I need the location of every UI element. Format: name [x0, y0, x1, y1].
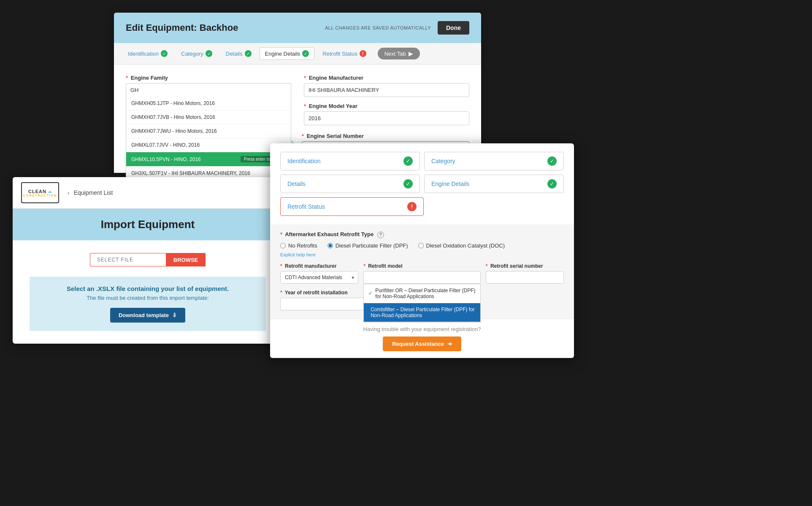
- retrofit-tab-engine-details-label: Engine Details: [431, 180, 469, 187]
- tab-details-label: Details: [226, 51, 243, 57]
- browse-button[interactable]: BROWSE: [166, 253, 206, 266]
- engine-family-row: * Engine Family GHMXH05.1JTP - Hino Moto…: [126, 75, 469, 125]
- tabs-bar: Identification ✓ Category ✓ Details ✓ En…: [114, 43, 481, 65]
- tab-retrofit-status[interactable]: Retrofit Status !: [317, 47, 371, 60]
- import-title: Import Equipment: [22, 218, 273, 231]
- company-logo: CLEAN ☁ CONSTRUCTION: [21, 182, 59, 203]
- import-info-sub: The file must be created from this impor…: [40, 295, 256, 301]
- retrofit-serial-group: * Retrofit serial number: [486, 263, 564, 284]
- retrofit-model-label: * Retrofit model: [363, 263, 481, 269]
- retrofit-tab-engine-details[interactable]: Engine Details ✓: [424, 175, 564, 193]
- retrofit-model-dropdown: ✓ Purifilter OR – Diesel Particulate Fil…: [363, 284, 481, 323]
- tab-identification[interactable]: Identification ✓: [122, 47, 173, 60]
- engine-family-dropdown: GHMXH05.1JTP - Hino Motors, 2016 GHMXH07…: [126, 97, 291, 189]
- retrofit-tab-details[interactable]: Details ✓: [280, 175, 420, 193]
- radio-doc-input[interactable]: [418, 243, 424, 248]
- right-fields: * Engine Manufacturer * Engine Model Yea…: [300, 75, 469, 125]
- retrofit-model-item-purifilter[interactable]: ✓ Purifilter OR – Diesel Particulate Fil…: [364, 284, 480, 303]
- dropdown-item-4[interactable]: GHMXL10.5PVN - HINO, 2016 Press enter to…: [126, 152, 291, 167]
- retrofit-tab-identification-label: Identification: [287, 158, 321, 164]
- retrofit-tab-retrofit-status-label: Retrofit Status: [287, 203, 325, 210]
- engine-family-autocomplete: GHMXH05.1JTP - Hino Motors, 2016 GHMXH07…: [126, 83, 291, 97]
- explicit-help-link[interactable]: Explicit help here: [280, 252, 564, 257]
- retrofit-tab-category[interactable]: Category ✓: [424, 152, 564, 170]
- dropdown-item-2[interactable]: GHMXH07.7JWU - Hino Motors, 2016: [126, 124, 291, 138]
- tab-engine-details-check: ✓: [302, 50, 309, 57]
- next-tab-icon: ▶: [409, 50, 413, 57]
- dropdown-item-4-text: GHMXL10.5PVN - HINO, 2016: [131, 156, 201, 162]
- combifilter-text: Combifilter – Diesel Particulate Filter …: [371, 307, 476, 318]
- done-button[interactable]: Done: [438, 21, 469, 35]
- radio-doc[interactable]: Diesel Oxidation Catalyst (DOC): [418, 242, 505, 249]
- retrofit-tab-category-label: Category: [431, 158, 455, 164]
- year-input[interactable]: [280, 298, 365, 310]
- tab-retrofit-status-label: Retrofit Status: [322, 51, 357, 57]
- logo-construction-text: CONSTRUCTION: [23, 194, 57, 197]
- engine-family-input[interactable]: [126, 83, 291, 97]
- retrofit-model-dropdown-wrapper: ✓ Purifilter OR – Diesel Particulate Fil…: [363, 271, 481, 284]
- retrofit-tab-identification[interactable]: Identification ✓: [280, 152, 420, 170]
- download-icon: ⇩: [172, 312, 177, 318]
- tab-engine-details-label: Engine Details: [265, 51, 300, 57]
- retrofit-section-label: * Aftermarket Exhaust Retrofit Type ?: [280, 224, 564, 238]
- retrofit-manufacturer-select-wrapper: CDTI Advanced Materials ▼: [280, 271, 358, 284]
- retrofit-body: * Aftermarket Exhaust Retrofit Type ? No…: [270, 224, 574, 319]
- radio-dpf[interactable]: Diesel Particulate Filter (DPF): [328, 242, 408, 249]
- retrofit-footer: Having trouble with your equipment regis…: [270, 319, 574, 358]
- retrofit-serial-input[interactable]: [486, 271, 564, 284]
- import-info-title: Select an .XSLX file containing your lis…: [40, 285, 256, 292]
- tab-details[interactable]: Details ✓: [220, 47, 257, 60]
- retrofit-manufacturer-select[interactable]: CDTI Advanced Materials: [280, 271, 358, 284]
- dropdown-item-0[interactable]: GHMXH05.1JTP - Hino Motors, 2016: [126, 97, 291, 110]
- tab-category[interactable]: Category ✓: [176, 47, 218, 60]
- tab-category-label: Category: [181, 51, 203, 57]
- import-info-box: Select an .XSLX file containing your lis…: [30, 277, 266, 331]
- purifilter-text: Purifilter OR – Diesel Particulate Filte…: [375, 288, 476, 299]
- engine-serial-label: * Engine Serial Number: [302, 133, 469, 139]
- engine-manufacturer-input[interactable]: [304, 83, 469, 97]
- import-body: BROWSE Select an .XSLX file containing y…: [13, 240, 283, 344]
- radio-no-retrofits[interactable]: No Retrofits: [280, 242, 317, 249]
- engine-model-year-label: * Engine Model Year: [304, 103, 469, 109]
- radio-no-retrofits-input[interactable]: [280, 243, 286, 248]
- engine-model-year-input[interactable]: [304, 111, 469, 125]
- file-select-row: BROWSE: [30, 253, 266, 266]
- edit-panel-title: Edit Equipment: Backhoe: [126, 22, 238, 33]
- retrofit-help-icon[interactable]: ?: [377, 231, 384, 238]
- retrofit-radio-row: No Retrofits Diesel Particulate Filter (…: [280, 242, 564, 249]
- tab-identification-label: Identification: [128, 51, 159, 57]
- warn-icon-retrofit-status: !: [407, 202, 417, 211]
- engine-manufacturer-group: * Engine Manufacturer: [304, 75, 469, 97]
- radio-no-retrofits-label: No Retrofits: [288, 242, 317, 249]
- retrofit-manufacturer-group: * Retrofit manufacturer CDTI Advanced Ma…: [280, 263, 358, 284]
- check-icon-identification: ✓: [403, 156, 413, 166]
- check-icon-engine-details: ✓: [547, 179, 557, 188]
- request-assistance-icon: ➜: [447, 341, 452, 347]
- retrofit-status-panel: Identification ✓ Category ✓ Details ✓ En…: [270, 143, 574, 358]
- engine-family-group: * Engine Family GHMXH05.1JTP - Hino Moto…: [126, 75, 291, 125]
- dropdown-item-1[interactable]: GHMXH07.7JVB - Hino Motors, 2016: [126, 110, 291, 124]
- edit-panel-header: Edit Equipment: Backhoe ALL CHANGES ARE …: [114, 13, 481, 43]
- request-assistance-button[interactable]: Request Assistance ➜: [383, 336, 461, 351]
- auto-save-text: ALL CHANGES ARE SAVED AUTOMATICALLY: [325, 25, 431, 30]
- retrofit-tabs-grid: Identification ✓ Category ✓ Details ✓ En…: [270, 143, 574, 224]
- next-tab-button[interactable]: Next Tab ▶: [378, 48, 420, 59]
- engine-manufacturer-label: * Engine Manufacturer: [304, 75, 469, 81]
- header-right: ALL CHANGES ARE SAVED AUTOMATICALLY Done: [325, 21, 469, 35]
- radio-dpf-input[interactable]: [328, 243, 333, 248]
- retrofit-tab-retrofit-status[interactable]: Retrofit Status !: [280, 197, 424, 216]
- retrofit-tab-details-label: Details: [287, 180, 306, 187]
- retrofit-model-input[interactable]: [363, 271, 481, 284]
- back-arrow-icon[interactable]: ‹: [68, 189, 70, 196]
- retrofit-model-item-combifilter[interactable]: Combifilter – Diesel Particulate Filter …: [364, 303, 480, 322]
- engine-model-year-group: * Engine Model Year: [304, 103, 469, 125]
- tab-engine-details[interactable]: Engine Details ✓: [260, 47, 315, 60]
- dropdown-item-3[interactable]: GHMXL07.7JVV - HINO, 2016: [126, 138, 291, 152]
- trouble-text: Having trouble with your equipment regis…: [280, 326, 564, 332]
- equipment-list-link[interactable]: Equipment List: [74, 189, 113, 196]
- retrofit-manufacturer-label: * Retrofit manufacturer: [280, 263, 358, 269]
- download-template-button[interactable]: Download template ⇩: [110, 308, 185, 323]
- file-select-input[interactable]: [90, 253, 166, 266]
- required-star-1: *: [126, 75, 128, 81]
- retrofit-serial-label: * Retrofit serial number: [486, 263, 564, 269]
